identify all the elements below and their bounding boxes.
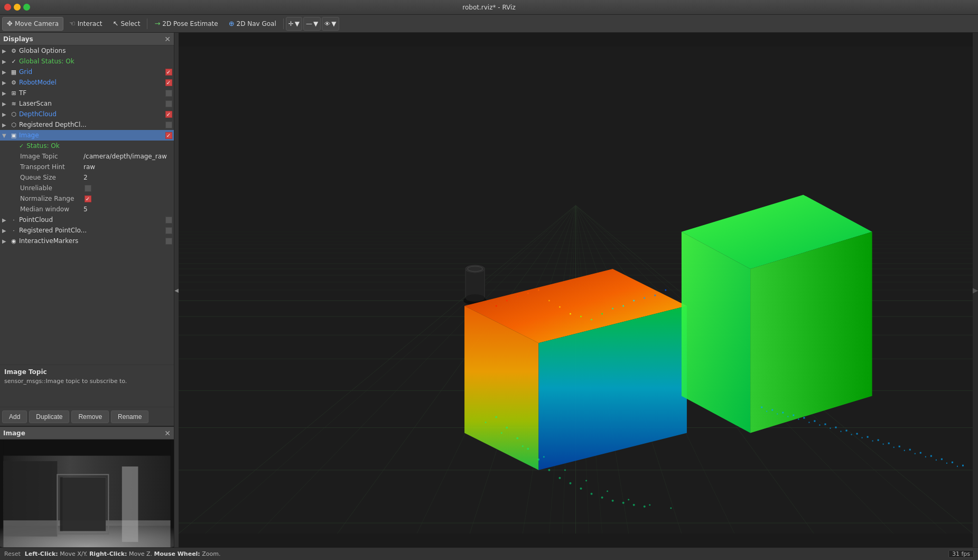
checkbox-depth-cloud[interactable]: ✓ (164, 110, 173, 118)
display-item-registered-pointcloud[interactable]: ▶·Registered PointClo... (0, 225, 174, 236)
pose-estimate-icon (154, 20, 160, 27)
item-label-image-status: Status: Ok (25, 142, 174, 150)
display-item-image-status[interactable]: ✓ Status: Ok (0, 141, 174, 151)
checkbox-interactive-markers[interactable] (164, 237, 173, 245)
svg-point-116 (485, 422, 487, 423)
svg-rect-77 (920, 452, 921, 454)
nav-goal-button[interactable]: 2D Nav Goal (224, 17, 281, 31)
display-item-laser-scan[interactable]: ▶≋LaserScan (0, 98, 174, 109)
display-item-depth-cloud[interactable]: ▶⬡DepthCloud✓ (0, 109, 174, 119)
image-panel-close-button[interactable]: ✕ (164, 429, 171, 437)
status-icon-image-status: ✓ (19, 143, 24, 150)
item-icon-depth-cloud: ⬡ (10, 110, 18, 118)
item-label-global-options: Global Options (18, 47, 174, 54)
right-handle-icon: ▶ (973, 286, 978, 294)
expand-arrow-laser-scan: ▶ (2, 101, 10, 107)
checkbox-grid[interactable]: ✓ (164, 68, 173, 76)
svg-point-122 (607, 490, 608, 492)
display-item-tf[interactable]: ▶⊞TF (0, 88, 174, 98)
display-prop-median-window[interactable]: Median window5 (0, 204, 174, 214)
svg-point-125 (670, 507, 672, 509)
item-label-point-cloud: PointCloud (18, 216, 164, 223)
svg-point-133 (570, 313, 571, 315)
view-angle-dropdown[interactable]: — ▼ (303, 17, 321, 31)
view-mode-dropdown[interactable]: ▼ (322, 17, 339, 31)
item-icon-registered-depth: ⬡ (10, 120, 18, 129)
svg-rect-71 (856, 433, 858, 435)
svg-point-101 (495, 416, 497, 418)
expand-arrow-point-cloud: ▶ (2, 217, 10, 223)
svg-point-118 (522, 445, 524, 447)
svg-point-128 (517, 296, 518, 297)
checkbox-point-cloud[interactable] (164, 216, 173, 224)
right-panel-handle[interactable]: ▶ (973, 33, 978, 547)
expand-arrow-global-options: ▶ (2, 48, 10, 54)
add-button[interactable]: Add (2, 410, 27, 423)
svg-point-132 (559, 306, 561, 308)
svg-rect-86 (808, 422, 809, 423)
remove-button[interactable]: Remove (71, 410, 109, 423)
checkbox-unreliable[interactable] (83, 184, 92, 192)
svg-rect-52 (465, 269, 485, 298)
axes-dropdown[interactable]: ✛ ▼ (286, 17, 302, 31)
displays-tree[interactable]: ▶⚙Global Options▶✓Global Status: Ok▶▦Gri… (0, 45, 174, 365)
rename-button[interactable]: Rename (111, 410, 148, 423)
display-prop-queue-size[interactable]: Queue Size2 (0, 172, 174, 183)
checkbox-image[interactable]: ✓ (164, 131, 173, 139)
close-button[interactable] (4, 4, 11, 11)
svg-rect-8 (60, 477, 106, 531)
svg-rect-79 (941, 459, 943, 460)
checkbox-tf[interactable] (164, 89, 173, 97)
maximize-button[interactable] (23, 4, 30, 11)
expand-arrow-image: ▼ (2, 133, 10, 138)
item-icon-point-cloud: · (10, 216, 18, 224)
reset-button[interactable]: Reset (4, 550, 21, 557)
display-item-global-status[interactable]: ▶✓Global Status: Ok (0, 56, 174, 67)
expand-arrow-interactive-markers: ▶ (2, 238, 10, 244)
toolbar-separator-1 (147, 18, 147, 29)
select-button[interactable]: Select (108, 17, 145, 31)
interact-button[interactable]: Interact (64, 17, 107, 31)
panel-resize-handle[interactable]: ◀ (174, 33, 179, 547)
displays-close-button[interactable]: ✕ (164, 35, 171, 43)
item-icon-registered-pointcloud: · (10, 226, 18, 235)
svg-point-112 (612, 500, 614, 502)
display-item-global-options[interactable]: ▶⚙Global Options (0, 45, 174, 56)
svg-rect-98 (936, 460, 937, 461)
checkbox-normalize-range[interactable]: ✓ (83, 194, 92, 203)
svg-point-120 (564, 469, 566, 471)
display-item-interactive-markers[interactable]: ▶◉InteractiveMarkers (0, 236, 174, 246)
expand-arrow-depth-cloud: ▶ (2, 111, 10, 117)
item-label-global-status: Global Status: Ok (18, 58, 174, 65)
display-prop-unreliable[interactable]: Unreliable (0, 183, 174, 193)
display-item-point-cloud[interactable]: ▶·PointCloud (0, 214, 174, 225)
display-item-image[interactable]: ▼▣Image✓ (0, 130, 174, 141)
display-item-robot-model[interactable]: ▶⚙RobotModel✓ (0, 77, 174, 88)
svg-rect-82 (766, 410, 767, 412)
display-prop-transport-hint[interactable]: Transport Hintraw (0, 162, 174, 172)
view-mode-icon (324, 20, 330, 27)
display-item-grid[interactable]: ▶▦Grid✓ (0, 67, 174, 77)
svg-rect-74 (888, 443, 890, 444)
display-item-registered-depth[interactable]: ▶⬡Registered DepthCl... (0, 119, 174, 130)
expand-arrow-registered-depth: ▶ (2, 122, 10, 128)
checkbox-registered-depth[interactable] (164, 120, 173, 129)
svg-point-115 (644, 506, 646, 508)
svg-point-131 (548, 300, 550, 302)
minimize-button[interactable] (14, 4, 21, 11)
checkbox-robot-model[interactable]: ✓ (164, 78, 173, 87)
display-prop-image-topic[interactable]: Image Topic/camera/depth/image_raw (0, 151, 174, 162)
item-label-depth-cloud: DepthCloud (18, 110, 164, 118)
svg-rect-96 (915, 453, 916, 454)
display-prop-normalize-range[interactable]: Normalize Range✓ (0, 193, 174, 204)
checkbox-registered-pointcloud[interactable] (164, 226, 173, 235)
duplicate-button[interactable]: Duplicate (29, 410, 69, 423)
checkbox-laser-scan[interactable] (164, 99, 173, 108)
pose-estimate-button[interactable]: 2D Pose Estimate (150, 17, 222, 31)
pose-estimate-label: 2D Pose Estimate (162, 20, 218, 27)
move-camera-button[interactable]: Move Camera (2, 17, 63, 31)
item-icon-image: ▣ (10, 131, 18, 139)
svg-rect-81 (962, 465, 964, 466)
svg-point-103 (516, 437, 518, 440)
3d-viewport[interactable] (179, 33, 973, 547)
